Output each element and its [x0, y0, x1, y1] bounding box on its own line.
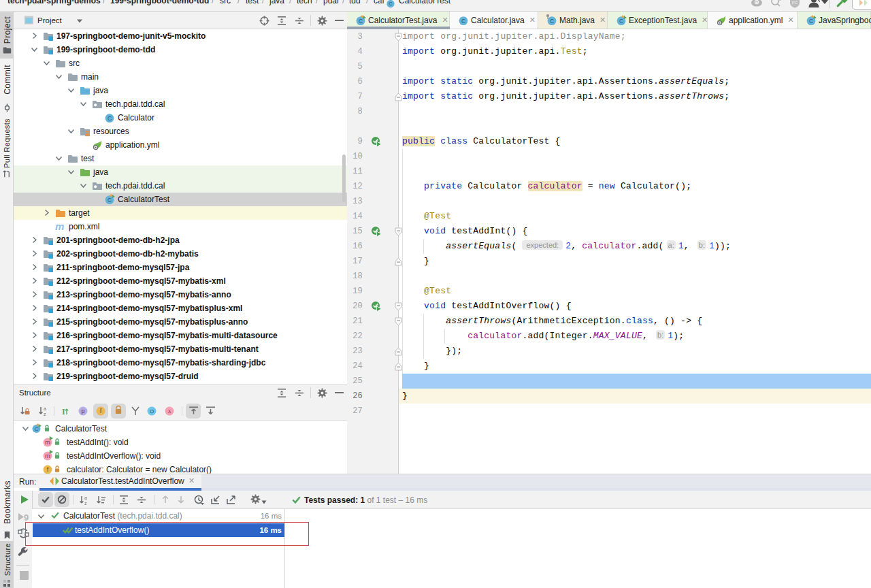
svg-text:C: C	[461, 17, 465, 24]
svg-text:p: p	[81, 408, 84, 414]
svg-text:λ: λ	[168, 408, 171, 414]
svg-text:C: C	[389, 1, 393, 7]
svg-text:z: z	[44, 412, 46, 416]
svg-text:C: C	[619, 17, 623, 24]
svg-text:C: C	[35, 426, 39, 432]
svg-text:C: C	[809, 17, 813, 24]
svg-text:C: C	[108, 115, 112, 122]
svg-text:C: C	[359, 17, 363, 24]
svg-text:a: a	[44, 406, 46, 411]
svg-text:9: 9	[24, 512, 29, 522]
svg-text:PC: PC	[792, 1, 798, 5]
svg-text:O: O	[150, 408, 154, 414]
svg-text:a: a	[84, 495, 87, 500]
svg-text:z: z	[84, 501, 87, 506]
svg-text:C: C	[108, 197, 112, 203]
svg-text:I: I	[62, 407, 65, 416]
